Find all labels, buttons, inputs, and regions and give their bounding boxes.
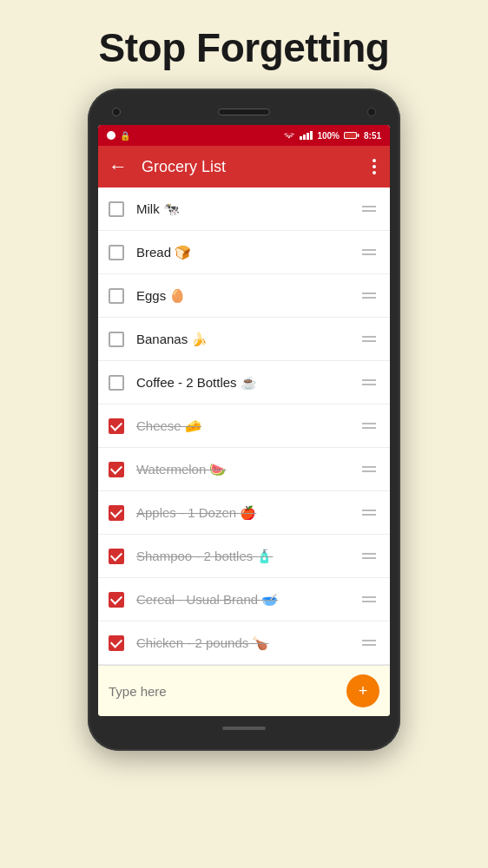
checkbox-10[interactable] xyxy=(109,592,124,608)
list-item[interactable]: Apples - 1 Dozen 🍎 xyxy=(98,491,390,535)
phone-speaker xyxy=(218,108,270,115)
list-item[interactable]: Cheese 🧀 xyxy=(98,404,390,448)
battery-icon xyxy=(344,131,359,140)
drag-handle-10[interactable] xyxy=(359,593,379,606)
drag-handle-6[interactable] xyxy=(359,419,379,432)
checkbox-6[interactable] xyxy=(109,418,124,434)
checkbox-4[interactable] xyxy=(109,332,124,347)
drag-handle-2[interactable] xyxy=(359,246,379,259)
lock-icon: 🔒 xyxy=(120,131,130,141)
list-item[interactable]: Shampoo - 2 bottles 🧴 xyxy=(98,535,390,578)
item-text-5: Coffee - 2 Bottles ☕ xyxy=(136,375,359,391)
drag-handle-7[interactable] xyxy=(359,463,379,476)
drag-handle-1[interactable] xyxy=(359,202,379,215)
list-item[interactable]: Watermelon 🍉 xyxy=(98,448,390,491)
item-text-3: Eggs 🥚 xyxy=(136,288,359,304)
drag-handle-4[interactable] xyxy=(359,332,379,345)
item-text-2: Bread 🍞 xyxy=(136,245,359,260)
phone-container: 🔒 100% xyxy=(88,89,400,751)
list-item[interactable]: Coffee - 2 Bottles ☕ xyxy=(98,361,390,404)
checkbox-1[interactable] xyxy=(109,201,124,217)
phone-screen: 🔒 100% xyxy=(98,125,390,716)
time-display: 8:51 xyxy=(364,131,381,141)
drag-handle-3[interactable] xyxy=(359,289,379,302)
drag-handle-11[interactable] xyxy=(359,636,379,649)
phone-sensor xyxy=(367,108,376,116)
app-bar-title: Grocery List xyxy=(142,158,369,176)
list-item[interactable]: Bananas 🍌 xyxy=(98,318,390,361)
checkbox-5[interactable] xyxy=(109,375,124,391)
status-bar: 🔒 100% xyxy=(98,125,390,146)
home-indicator xyxy=(222,727,266,730)
list-item[interactable]: Milk 🐄 xyxy=(98,187,390,231)
wifi-icon xyxy=(283,131,295,140)
type-here-input[interactable] xyxy=(109,684,346,699)
checkbox-8[interactable] xyxy=(109,505,124,521)
drag-handle-5[interactable] xyxy=(359,376,379,389)
svg-rect-2 xyxy=(345,133,356,138)
add-icon: + xyxy=(359,683,368,699)
list-item[interactable]: Chicken - 2 pounds 🍗 xyxy=(98,621,390,665)
item-text-7: Watermelon 🍉 xyxy=(136,462,359,477)
item-text-11: Chicken - 2 pounds 🍗 xyxy=(136,635,359,651)
svg-rect-1 xyxy=(357,134,359,137)
item-text-9: Shampoo - 2 bottles 🧴 xyxy=(136,549,359,564)
checkbox-9[interactable] xyxy=(109,549,124,564)
phone-top-bar xyxy=(98,104,390,125)
item-text-4: Bananas 🍌 xyxy=(136,332,359,347)
grocery-list: Milk 🐄Bread 🍞Eggs 🥚Bananas 🍌Coffee - 2 B… xyxy=(98,187,390,665)
checkbox-3[interactable] xyxy=(109,288,124,304)
status-left: 🔒 xyxy=(107,131,130,141)
back-button[interactable]: ← xyxy=(109,155,128,178)
status-dot xyxy=(107,131,115,140)
more-button[interactable] xyxy=(369,155,379,178)
item-text-6: Cheese 🧀 xyxy=(136,418,359,434)
app-bar: ← Grocery List xyxy=(98,146,390,187)
add-button[interactable]: + xyxy=(346,674,379,707)
checkbox-11[interactable] xyxy=(109,635,124,651)
list-item[interactable]: Cereal - Usual Brand 🥣 xyxy=(98,578,390,621)
list-item[interactable]: Bread 🍞 xyxy=(98,231,390,274)
phone-shell: 🔒 100% xyxy=(88,89,400,751)
phone-bottom-bar xyxy=(98,716,390,735)
front-camera xyxy=(112,108,121,116)
page-title: Stop Forgetting xyxy=(0,0,488,89)
signal-icon xyxy=(300,131,313,140)
list-item[interactable]: Eggs 🥚 xyxy=(98,274,390,318)
battery-level: 100% xyxy=(317,131,340,141)
item-text-8: Apples - 1 Dozen 🍎 xyxy=(136,505,359,521)
drag-handle-8[interactable] xyxy=(359,506,379,519)
checkbox-7[interactable] xyxy=(109,462,124,477)
checkbox-2[interactable] xyxy=(109,245,124,260)
drag-handle-9[interactable] xyxy=(359,549,379,562)
status-right: 100% 8:51 xyxy=(283,131,381,141)
item-text-1: Milk 🐄 xyxy=(136,201,359,217)
item-text-10: Cereal - Usual Brand 🥣 xyxy=(136,592,359,608)
input-bar: + xyxy=(98,665,390,716)
